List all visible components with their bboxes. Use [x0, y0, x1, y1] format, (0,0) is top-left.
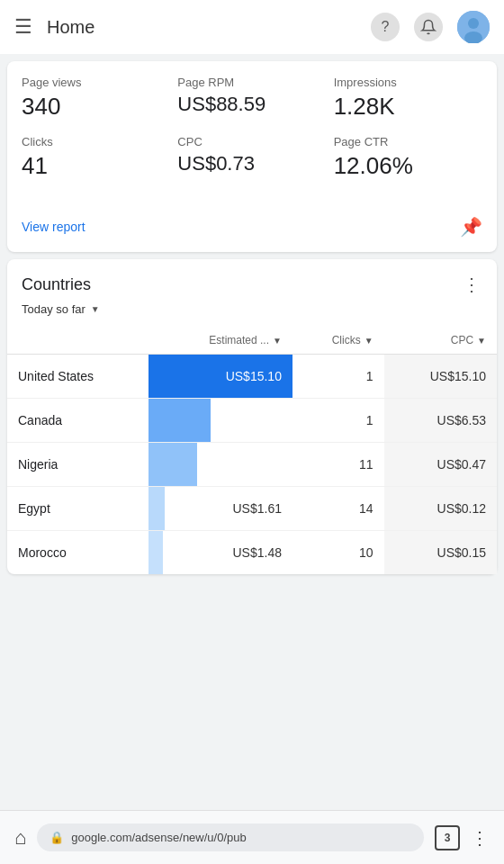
cpc-value: US$0.73 — [177, 152, 326, 176]
url-bar[interactable]: 🔒 google.com/adsense/new/u/0/pub — [37, 824, 424, 851]
estimated-value: US$1.61 — [148, 487, 292, 531]
clicks-stat: Clicks 41 — [22, 135, 170, 180]
bar-value: US$15.10 — [226, 369, 282, 383]
bar-value: US$1.48 — [232, 545, 281, 560]
browser-bar: ⌂ 🔒 google.com/adsense/new/u/0/pub 3 ⋮ — [0, 810, 504, 864]
pin-icon[interactable]: 📌 — [460, 216, 482, 238]
estimated-value: US$1.48 — [148, 531, 292, 575]
table-header-row: Estimated ... ▼ Clicks ▼ CPC ▼ — [7, 327, 497, 355]
browser-menu-icon[interactable]: ⋮ — [471, 827, 490, 849]
cpc-value: US$0.15 — [384, 531, 497, 575]
top-navigation: ☰ Home ? — [0, 0, 504, 54]
help-icon[interactable]: ? — [371, 13, 400, 41]
col-cpc[interactable]: CPC ▼ — [384, 327, 497, 355]
page-ctr-value: 12.06% — [334, 152, 482, 180]
estimated-value: US$6.53 — [148, 399, 292, 443]
notifications-icon[interactable] — [414, 13, 443, 41]
col-clicks[interactable]: Clicks ▼ — [292, 327, 384, 355]
page-ctr-label: Page CTR — [334, 135, 482, 148]
table-row: MoroccoUS$1.4810US$0.15 — [7, 531, 497, 575]
bar-value: US$6.53 — [232, 413, 281, 428]
bar-value: US$1.61 — [232, 501, 281, 516]
table-row: NigeriaUS$5.1911US$0.47 — [7, 443, 497, 487]
stats-grid: Page views 340 Page RPM US$88.59 Impress… — [22, 76, 482, 180]
impressions-stat: Impressions 1.28K — [334, 76, 482, 121]
home-browser-icon[interactable]: ⌂ — [14, 826, 26, 850]
country-name: United States — [7, 355, 148, 399]
more-options-icon[interactable]: ⋮ — [463, 274, 482, 295]
estimated-value: US$15.10 — [148, 355, 292, 399]
cpc-stat: CPC US$0.73 — [177, 135, 326, 180]
bar-value: US$5.19 — [232, 457, 281, 472]
sort-arrow-estimated: ▼ — [273, 336, 282, 346]
clicks-value: 1 — [292, 399, 384, 443]
sort-arrow-clicks: ▼ — [364, 336, 374, 346]
page-ctr-stat: Page CTR 12.06% — [334, 135, 482, 180]
country-name: Egypt — [7, 487, 148, 531]
nav-icons: ? — [371, 11, 490, 43]
lock-icon: 🔒 — [50, 831, 64, 844]
countries-table: Estimated ... ▼ Clicks ▼ CPC ▼ — [7, 327, 497, 574]
estimated-value: US$5.19 — [148, 443, 292, 487]
clicks-value: 11 — [292, 443, 384, 487]
today-filter-dropdown[interactable]: Today so far ▼ — [7, 299, 497, 327]
url-text: google.com/adsense/new/u/0/pub — [71, 831, 246, 844]
page-views-stat: Page views 340 — [22, 76, 170, 121]
cpc-label: CPC — [177, 135, 326, 148]
country-name: Nigeria — [7, 443, 148, 487]
clicks-value: 41 — [22, 152, 170, 180]
card-footer: View report 📌 — [22, 209, 482, 238]
impressions-value: 1.28K — [334, 93, 482, 121]
page-views-label: Page views — [22, 76, 170, 89]
cpc-value: US$0.12 — [384, 487, 497, 531]
clicks-value: 1 — [292, 355, 384, 399]
countries-header: Countries ⋮ — [7, 259, 497, 299]
cpc-value: US$6.53 — [384, 399, 497, 443]
stats-card: Page views 340 Page RPM US$88.59 Impress… — [7, 61, 497, 252]
tab-count-badge[interactable]: 3 — [435, 825, 460, 850]
country-name: Canada — [7, 399, 148, 443]
view-report-link[interactable]: View report — [22, 220, 86, 234]
cpc-value: US$0.47 — [384, 443, 497, 487]
clicks-value: 10 — [292, 531, 384, 575]
table-row: CanadaUS$6.531US$6.53 — [7, 399, 497, 443]
countries-title: Countries — [22, 275, 91, 294]
today-filter-label: Today so far — [22, 302, 86, 316]
page-rpm-label: Page RPM — [177, 76, 326, 89]
impressions-label: Impressions — [334, 76, 482, 89]
cpc-value: US$15.10 — [384, 355, 497, 399]
page-rpm-stat: Page RPM US$88.59 — [177, 76, 326, 121]
svg-point-1 — [468, 18, 479, 29]
hamburger-menu-icon[interactable]: ☰ — [14, 15, 32, 39]
sort-arrow-cpc: ▼ — [477, 336, 486, 346]
clicks-label: Clicks — [22, 135, 170, 148]
clicks-value: 14 — [292, 487, 384, 531]
page-rpm-value: US$88.59 — [177, 93, 326, 116]
country-name: Morocco — [7, 531, 148, 575]
countries-card: Countries ⋮ Today so far ▼ Estimated ...… — [7, 259, 497, 574]
table-row: United StatesUS$15.101US$15.10 — [7, 355, 497, 399]
col-estimated[interactable]: Estimated ... ▼ — [148, 327, 292, 355]
table-row: EgyptUS$1.6114US$0.12 — [7, 487, 497, 531]
chevron-down-icon: ▼ — [91, 304, 100, 314]
page-views-value: 340 — [22, 93, 170, 121]
col-country — [7, 327, 148, 355]
page-title: Home — [47, 17, 371, 38]
avatar[interactable] — [457, 11, 490, 43]
